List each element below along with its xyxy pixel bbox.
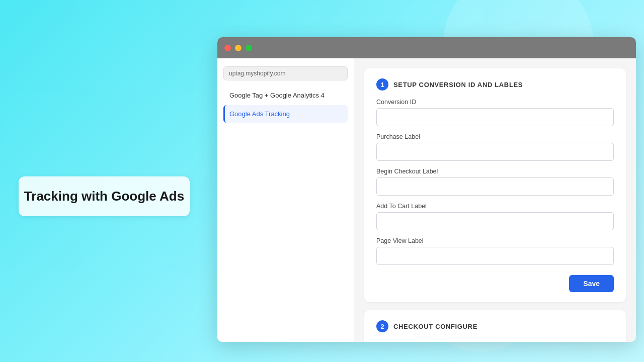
maximize-button[interactable] (246, 45, 252, 51)
checkout-description: Open your Shopify Admin > Go to the Chec… (376, 340, 614, 342)
sidebar: uptag.myshopify.com Google Tag + Google … (217, 58, 354, 342)
label-box-text: Tracking with Google Ads (24, 189, 184, 204)
begin-checkout-group: Begin Checkout Label (376, 168, 614, 196)
begin-checkout-input[interactable] (376, 177, 614, 196)
sidebar-item-google-tag[interactable]: Google Tag + Google Analytics 4 (223, 86, 348, 104)
browser-content: uptag.myshopify.com Google Tag + Google … (217, 58, 636, 342)
page-view-input[interactable] (376, 247, 614, 265)
page-view-group: Page View Label (376, 237, 614, 265)
label-box: Tracking with Google Ads (19, 176, 190, 216)
conversion-id-label: Conversion ID (376, 99, 614, 106)
minimize-button[interactable] (235, 45, 242, 51)
title-bar (217, 37, 636, 58)
purchase-label-input[interactable] (376, 143, 614, 161)
section1-header: 1 SETUP CONVERSION ID AND LABLES (376, 78, 614, 90)
checkout-configure-card: 2 CHECKOUT CONFIGURE Open your Shopify A… (364, 310, 626, 342)
sidebar-url: uptag.myshopify.com (223, 66, 348, 80)
step2-badge: 2 (376, 320, 388, 332)
begin-checkout-label: Begin Checkout Label (376, 168, 614, 175)
setup-conversion-card: 1 SETUP CONVERSION ID AND LABLES Convers… (364, 68, 626, 302)
save-button-row: Save (376, 272, 614, 292)
page-view-label: Page View Label (376, 237, 614, 244)
main-content: 1 SETUP CONVERSION ID AND LABLES Convers… (354, 58, 636, 342)
close-button[interactable] (224, 45, 231, 51)
conversion-id-group: Conversion ID (376, 99, 614, 126)
section2-title: CHECKOUT CONFIGURE (393, 323, 477, 330)
conversion-id-input[interactable] (376, 108, 614, 126)
sidebar-item-google-ads[interactable]: Google Ads Tracking (223, 105, 348, 123)
browser-window: uptag.myshopify.com Google Tag + Google … (217, 37, 636, 342)
section2-header: 2 CHECKOUT CONFIGURE (376, 320, 614, 332)
purchase-label-label: Purchase Label (376, 133, 614, 140)
add-to-cart-group: Add To Cart Label (376, 203, 614, 230)
save-button[interactable]: Save (569, 275, 614, 292)
add-to-cart-label: Add To Cart Label (376, 203, 614, 210)
purchase-label-group: Purchase Label (376, 133, 614, 161)
section1-title: SETUP CONVERSION ID AND LABLES (393, 81, 523, 88)
add-to-cart-input[interactable] (376, 212, 614, 230)
step1-badge: 1 (376, 78, 388, 90)
